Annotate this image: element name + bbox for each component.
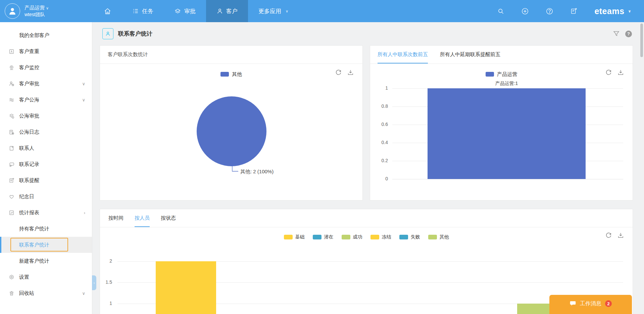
bar-legend-label[interactable]: 产品运营 <box>497 71 517 78</box>
sidebar-item-9[interactable]: 联系记录 <box>0 156 92 172</box>
chevron-down-icon: ∨ <box>82 291 85 296</box>
sidebar-item-label: 客户公海 <box>19 97 39 103</box>
contact-count-pie-panel: 客户联系次数统计 其他 其他: 2 (100%) <box>100 45 363 200</box>
y-tick: 0 <box>373 176 388 181</box>
team-switcher[interactable]: 产品运营∨ wtest团队 <box>0 0 88 22</box>
pie-panel-title: 客户联系次数统计 <box>100 46 362 64</box>
sidebar-item-15[interactable]: 新建客户统计 <box>0 253 92 269</box>
add-icon[interactable] <box>521 7 529 15</box>
user-avatar-icon <box>8 6 17 16</box>
y-tick: 0.4 <box>373 140 388 145</box>
top5-bar-panel: 所有人中联系次数前五 所有人中延期联系提醒前五 产品运营 1 <box>370 45 633 200</box>
pie-slice-label: 其他: 2 (100%) <box>240 169 274 175</box>
memo-icon[interactable] <box>570 7 578 15</box>
tab-contact-count-top5[interactable]: 所有人中联系次数前五 <box>378 46 428 63</box>
sidebar-item-14[interactable]: 联系客户统计 <box>0 237 92 253</box>
download-icon[interactable] <box>617 69 624 76</box>
sidebar-menu: 新分配给我的客户我的全部客户客户查重客户监控客户审批∨客户公海∨公海审批公海日志… <box>0 22 92 301</box>
monitor-icon <box>9 65 15 71</box>
y-tick: 1 <box>373 85 388 91</box>
open-sea-icon <box>9 97 15 103</box>
sidebar-item-3[interactable]: 客户监控 <box>0 59 92 76</box>
legend-label: 其他 <box>440 234 449 240</box>
y-tick: 0.2 <box>373 158 388 163</box>
chevron-down-icon: ∨ <box>628 9 631 13</box>
sidebar-item-label: 联系提醒 <box>19 177 39 184</box>
pie-legend-swatch[interactable] <box>220 72 229 77</box>
work-message-toast[interactable]: 工作消息 2 <box>549 295 632 314</box>
tab-overdue-reminder-top5[interactable]: 所有人中延期联系提醒前五 <box>440 46 500 63</box>
sidebar-item-10[interactable]: 联系提醒 <box>0 172 92 188</box>
legend-item-2[interactable]: 成功 <box>342 234 362 240</box>
download-icon[interactable] <box>617 232 624 238</box>
sidebar-item-7[interactable]: 公海日志 <box>0 124 92 140</box>
avatar[interactable] <box>5 3 20 19</box>
sidebar-item-0[interactable]: 新分配给我的客户 <box>0 22 92 27</box>
legend-item-1[interactable]: 潜在 <box>313 234 334 240</box>
chat-bubble-icon <box>569 300 576 307</box>
report-icon <box>9 210 15 216</box>
sidebar-item-16[interactable]: 设置 <box>0 269 92 285</box>
sidebar-item-12[interactable]: 统计报表› <box>0 205 92 221</box>
top5-bar <box>428 88 586 179</box>
y-tick: 1.5 <box>101 279 112 285</box>
primary-nav: 任务 审批 客户 更多应用 ∨ <box>93 0 299 22</box>
eteams-logo[interactable]: eteams ∨ <box>594 6 631 16</box>
nav-more-apps[interactable]: 更多应用 ∨ <box>248 0 299 22</box>
legend-item-4[interactable]: 失败 <box>399 234 420 240</box>
legend-item-0[interactable]: 基础 <box>284 234 305 240</box>
sidebar-item-17[interactable]: 回收站∨ <box>0 285 92 301</box>
refresh-icon[interactable] <box>605 232 612 238</box>
refresh-icon[interactable] <box>335 69 342 76</box>
filter-icon[interactable] <box>613 30 620 37</box>
legend-swatch <box>313 235 321 239</box>
sidebar-item-label: 新建客户统计 <box>19 258 49 264</box>
sidebar-item-11[interactable]: 纪念日 <box>0 188 92 205</box>
main-content: 联系客户统计 ? 客户联系次数统计 其他 <box>92 22 644 314</box>
top5-bar-label: 产品运营:1 <box>428 81 586 87</box>
sidebar-item-2[interactable]: 客户查重 <box>0 43 92 59</box>
status-bar-基础 <box>156 261 216 314</box>
tab-by-person[interactable]: 按人员 <box>135 209 150 227</box>
status-bar-其他 <box>517 304 551 314</box>
download-icon[interactable] <box>347 69 354 76</box>
duplicate-check-icon <box>9 49 15 54</box>
help-icon[interactable] <box>546 7 553 15</box>
customer-approval-icon <box>9 81 15 87</box>
vertical-scrollbar[interactable] <box>640 24 643 57</box>
contact-icon <box>9 145 15 151</box>
sidebar-item-13[interactable]: 持有客户统计 <box>0 221 92 237</box>
nav-tasks[interactable]: 任务 <box>122 0 164 22</box>
tab-by-time[interactable]: 按时间 <box>108 209 123 227</box>
sidebar-item-4[interactable]: 客户审批∨ <box>0 76 92 92</box>
nav-home[interactable] <box>93 0 122 22</box>
nav-approvals[interactable]: 审批 <box>164 0 206 22</box>
bar-legend-swatch[interactable] <box>486 72 494 77</box>
team-name[interactable]: 产品运营∨ <box>24 4 49 11</box>
legend-item-5[interactable]: 其他 <box>428 234 449 240</box>
refresh-icon[interactable] <box>605 69 612 76</box>
sidebar-item-label: 联系人 <box>19 145 34 151</box>
nav-customers[interactable]: 客户 <box>206 0 248 22</box>
search-icon[interactable] <box>497 8 504 15</box>
chevron-down-icon: ∨ <box>286 9 288 13</box>
tab-by-status[interactable]: 按状态 <box>161 209 176 227</box>
page-help-icon[interactable]: ? <box>625 31 632 37</box>
sidebar-item-label: 纪念日 <box>19 193 34 200</box>
chevron-down-icon: ∨ <box>46 6 49 10</box>
anniversary-icon <box>9 194 15 199</box>
sidebar-item-8[interactable]: 联系人 <box>0 140 92 156</box>
sidebar-item-1[interactable]: 我的全部客户 <box>0 27 92 43</box>
pie-legend-label[interactable]: 其他 <box>232 71 242 78</box>
sidebar-item-label: 联系客户统计 <box>19 242 49 248</box>
bottom-tabs: 按时间 按人员 按状态 <box>100 209 633 227</box>
sidebar-item-5[interactable]: 客户公海∨ <box>0 92 92 108</box>
sidebar-item-label: 持有客户统计 <box>19 226 49 232</box>
tasks-list-icon <box>132 8 139 14</box>
sidebar-item-6[interactable]: 公海审批 <box>0 108 92 124</box>
customer-person-icon <box>216 8 223 14</box>
contact-reminder-icon <box>9 178 15 183</box>
sidebar-item-label: 公海日志 <box>19 129 39 135</box>
sidebar-collapse-handle[interactable]: ‹ <box>92 275 96 290</box>
legend-item-3[interactable]: 冻结 <box>370 234 391 240</box>
